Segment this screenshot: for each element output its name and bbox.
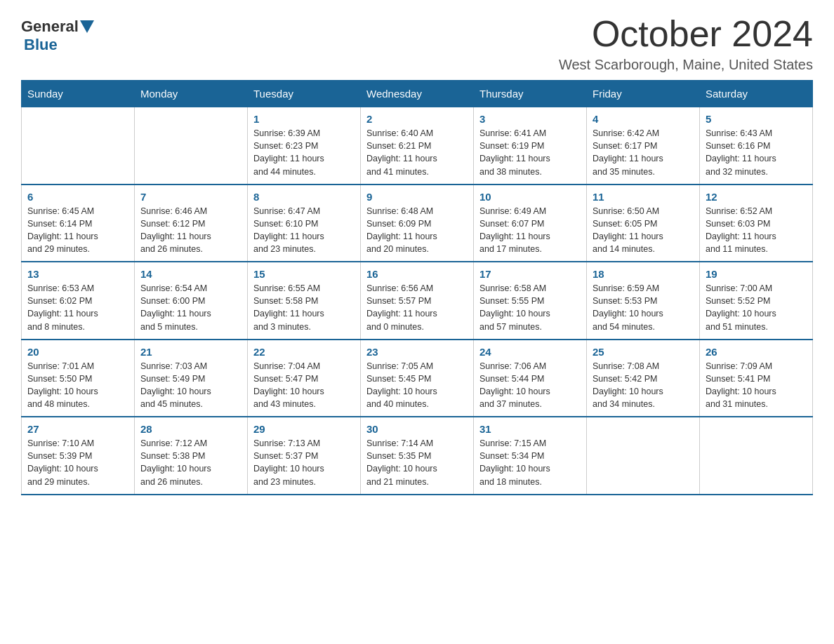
calendar-cell: 9Sunrise: 6:48 AM Sunset: 6:09 PM Daylig… bbox=[361, 185, 474, 262]
calendar-cell: 5Sunrise: 6:43 AM Sunset: 6:16 PM Daylig… bbox=[700, 107, 813, 185]
day-number: 27 bbox=[27, 423, 128, 435]
calendar-cell: 11Sunrise: 6:50 AM Sunset: 6:05 PM Dayli… bbox=[587, 185, 700, 262]
day-info: Sunrise: 7:09 AM Sunset: 5:41 PM Dayligh… bbox=[706, 360, 807, 411]
day-number: 1 bbox=[253, 113, 355, 125]
calendar-cell: 27Sunrise: 7:10 AM Sunset: 5:39 PM Dayli… bbox=[22, 417, 135, 495]
day-info: Sunrise: 6:48 AM Sunset: 6:09 PM Dayligh… bbox=[366, 205, 468, 256]
day-number: 26 bbox=[706, 346, 807, 358]
calendar-cell: 19Sunrise: 7:00 AM Sunset: 5:52 PM Dayli… bbox=[700, 262, 813, 340]
day-number: 15 bbox=[253, 268, 355, 280]
day-info: Sunrise: 6:54 AM Sunset: 6:00 PM Dayligh… bbox=[140, 282, 241, 333]
page-header: General Blue October 2024 West Scarborou… bbox=[21, 14, 813, 73]
day-number: 16 bbox=[366, 268, 468, 280]
calendar-cell: 18Sunrise: 6:59 AM Sunset: 5:53 PM Dayli… bbox=[587, 262, 700, 340]
day-info: Sunrise: 6:50 AM Sunset: 6:05 PM Dayligh… bbox=[593, 205, 694, 256]
day-info: Sunrise: 7:05 AM Sunset: 5:45 PM Dayligh… bbox=[366, 360, 468, 411]
day-number: 20 bbox=[27, 346, 128, 358]
day-header-saturday: Saturday bbox=[700, 81, 813, 107]
calendar-cell: 7Sunrise: 6:46 AM Sunset: 6:12 PM Daylig… bbox=[135, 185, 248, 262]
calendar-cell: 13Sunrise: 6:53 AM Sunset: 6:02 PM Dayli… bbox=[22, 262, 135, 340]
location-title: West Scarborough, Maine, United States bbox=[559, 57, 813, 73]
day-info: Sunrise: 6:40 AM Sunset: 6:21 PM Dayligh… bbox=[366, 127, 468, 178]
day-number: 31 bbox=[479, 423, 581, 435]
day-info: Sunrise: 6:45 AM Sunset: 6:14 PM Dayligh… bbox=[27, 205, 128, 256]
logo-triangle-icon bbox=[80, 20, 94, 33]
day-info: Sunrise: 6:39 AM Sunset: 6:23 PM Dayligh… bbox=[253, 127, 355, 178]
day-number: 8 bbox=[253, 191, 355, 203]
day-number: 13 bbox=[27, 268, 128, 280]
day-info: Sunrise: 6:43 AM Sunset: 6:16 PM Dayligh… bbox=[706, 127, 807, 178]
calendar-table: SundayMondayTuesdayWednesdayThursdayFrid… bbox=[21, 80, 813, 495]
day-info: Sunrise: 6:55 AM Sunset: 5:58 PM Dayligh… bbox=[253, 282, 355, 333]
month-title: October 2024 bbox=[559, 14, 813, 54]
calendar-cell bbox=[22, 107, 135, 185]
day-number: 9 bbox=[366, 191, 468, 203]
day-info: Sunrise: 6:42 AM Sunset: 6:17 PM Dayligh… bbox=[593, 127, 694, 178]
day-info: Sunrise: 7:12 AM Sunset: 5:38 PM Dayligh… bbox=[140, 437, 241, 488]
day-number: 12 bbox=[706, 191, 807, 203]
week-row-2: 13Sunrise: 6:53 AM Sunset: 6:02 PM Dayli… bbox=[22, 262, 813, 340]
calendar-body: 1Sunrise: 6:39 AM Sunset: 6:23 PM Daylig… bbox=[22, 107, 813, 495]
day-header-thursday: Thursday bbox=[474, 81, 587, 107]
logo-general-text: General bbox=[21, 18, 79, 36]
day-number: 29 bbox=[253, 423, 355, 435]
day-info: Sunrise: 6:52 AM Sunset: 6:03 PM Dayligh… bbox=[706, 205, 807, 256]
calendar-cell: 6Sunrise: 6:45 AM Sunset: 6:14 PM Daylig… bbox=[22, 185, 135, 262]
day-number: 25 bbox=[593, 346, 694, 358]
day-info: Sunrise: 7:01 AM Sunset: 5:50 PM Dayligh… bbox=[27, 360, 128, 411]
calendar-cell: 26Sunrise: 7:09 AM Sunset: 5:41 PM Dayli… bbox=[700, 340, 813, 417]
day-number: 6 bbox=[27, 191, 128, 203]
logo: General Blue bbox=[21, 14, 95, 54]
day-number: 7 bbox=[140, 191, 241, 203]
day-number: 17 bbox=[479, 268, 581, 280]
calendar-cell bbox=[700, 417, 813, 495]
day-info: Sunrise: 7:15 AM Sunset: 5:34 PM Dayligh… bbox=[479, 437, 581, 488]
calendar-cell: 30Sunrise: 7:14 AM Sunset: 5:35 PM Dayli… bbox=[361, 417, 474, 495]
day-info: Sunrise: 6:47 AM Sunset: 6:10 PM Dayligh… bbox=[253, 205, 355, 256]
day-info: Sunrise: 7:14 AM Sunset: 5:35 PM Dayligh… bbox=[366, 437, 468, 488]
day-number: 2 bbox=[366, 113, 468, 125]
day-number: 14 bbox=[140, 268, 241, 280]
day-info: Sunrise: 7:10 AM Sunset: 5:39 PM Dayligh… bbox=[27, 437, 128, 488]
calendar-cell: 14Sunrise: 6:54 AM Sunset: 6:00 PM Dayli… bbox=[135, 262, 248, 340]
calendar-cell: 29Sunrise: 7:13 AM Sunset: 5:37 PM Dayli… bbox=[248, 417, 361, 495]
day-header-wednesday: Wednesday bbox=[361, 81, 474, 107]
day-number: 11 bbox=[593, 191, 694, 203]
day-number: 24 bbox=[479, 346, 581, 358]
day-info: Sunrise: 6:58 AM Sunset: 5:55 PM Dayligh… bbox=[479, 282, 581, 333]
day-info: Sunrise: 7:06 AM Sunset: 5:44 PM Dayligh… bbox=[479, 360, 581, 411]
week-row-4: 27Sunrise: 7:10 AM Sunset: 5:39 PM Dayli… bbox=[22, 417, 813, 495]
calendar-cell: 31Sunrise: 7:15 AM Sunset: 5:34 PM Dayli… bbox=[474, 417, 587, 495]
day-number: 3 bbox=[479, 113, 581, 125]
calendar-cell: 22Sunrise: 7:04 AM Sunset: 5:47 PM Dayli… bbox=[248, 340, 361, 417]
calendar-cell: 8Sunrise: 6:47 AM Sunset: 6:10 PM Daylig… bbox=[248, 185, 361, 262]
day-number: 22 bbox=[253, 346, 355, 358]
day-info: Sunrise: 7:04 AM Sunset: 5:47 PM Dayligh… bbox=[253, 360, 355, 411]
day-header-monday: Monday bbox=[135, 81, 248, 107]
calendar-cell: 10Sunrise: 6:49 AM Sunset: 6:07 PM Dayli… bbox=[474, 185, 587, 262]
day-info: Sunrise: 6:49 AM Sunset: 6:07 PM Dayligh… bbox=[479, 205, 581, 256]
day-info: Sunrise: 6:59 AM Sunset: 5:53 PM Dayligh… bbox=[593, 282, 694, 333]
calendar-cell: 15Sunrise: 6:55 AM Sunset: 5:58 PM Dayli… bbox=[248, 262, 361, 340]
calendar-cell: 2Sunrise: 6:40 AM Sunset: 6:21 PM Daylig… bbox=[361, 107, 474, 185]
calendar-header-row: SundayMondayTuesdayWednesdayThursdayFrid… bbox=[22, 81, 813, 107]
calendar-cell: 20Sunrise: 7:01 AM Sunset: 5:50 PM Dayli… bbox=[22, 340, 135, 417]
day-number: 4 bbox=[593, 113, 694, 125]
day-header-friday: Friday bbox=[587, 81, 700, 107]
calendar-cell: 3Sunrise: 6:41 AM Sunset: 6:19 PM Daylig… bbox=[474, 107, 587, 185]
day-number: 21 bbox=[140, 346, 241, 358]
calendar-cell: 4Sunrise: 6:42 AM Sunset: 6:17 PM Daylig… bbox=[587, 107, 700, 185]
calendar-cell: 23Sunrise: 7:05 AM Sunset: 5:45 PM Dayli… bbox=[361, 340, 474, 417]
day-info: Sunrise: 6:46 AM Sunset: 6:12 PM Dayligh… bbox=[140, 205, 241, 256]
week-row-0: 1Sunrise: 6:39 AM Sunset: 6:23 PM Daylig… bbox=[22, 107, 813, 185]
week-row-1: 6Sunrise: 6:45 AM Sunset: 6:14 PM Daylig… bbox=[22, 185, 813, 262]
day-number: 30 bbox=[366, 423, 468, 435]
calendar-cell bbox=[135, 107, 248, 185]
day-number: 28 bbox=[140, 423, 241, 435]
calendar-cell: 24Sunrise: 7:06 AM Sunset: 5:44 PM Dayli… bbox=[474, 340, 587, 417]
day-number: 18 bbox=[593, 268, 694, 280]
day-info: Sunrise: 6:56 AM Sunset: 5:57 PM Dayligh… bbox=[366, 282, 468, 333]
day-number: 19 bbox=[706, 268, 807, 280]
day-info: Sunrise: 7:08 AM Sunset: 5:42 PM Dayligh… bbox=[593, 360, 694, 411]
day-info: Sunrise: 7:00 AM Sunset: 5:52 PM Dayligh… bbox=[706, 282, 807, 333]
